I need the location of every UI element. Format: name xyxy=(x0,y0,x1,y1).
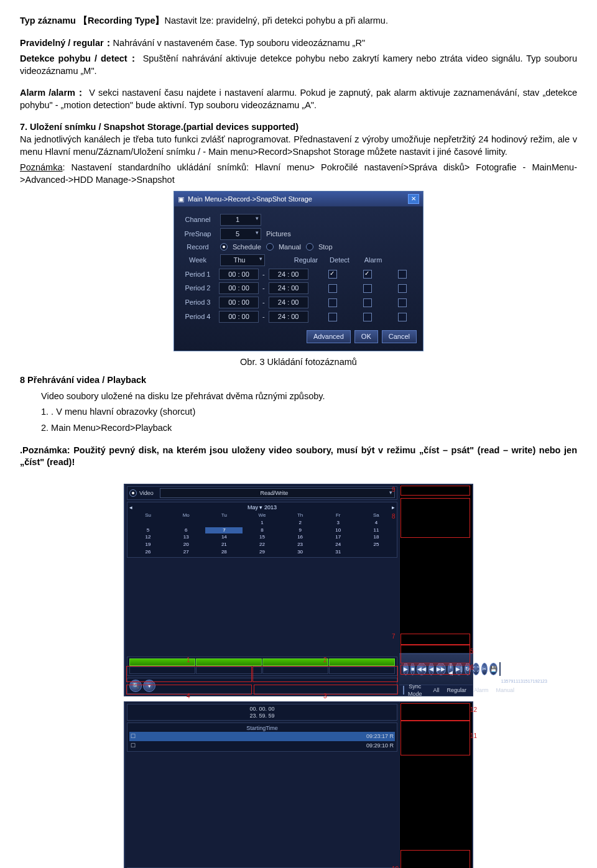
check[interactable] xyxy=(363,298,372,307)
check[interactable] xyxy=(398,298,407,307)
sec8-line-c: 2. Main Menu>Record>Playback xyxy=(41,422,577,435)
mode-select[interactable]: Read/Write xyxy=(160,488,395,498)
time-to[interactable]: 24 : 00 xyxy=(269,311,308,323)
close-icon[interactable]: ✕ xyxy=(408,194,419,204)
check[interactable] xyxy=(363,313,372,321)
timeline[interactable]: 1357911131517192123 xyxy=(499,662,501,676)
bottom-bar: Sync Mode All Regular Alarm Manual xyxy=(399,685,473,696)
cancel-button[interactable]: Cancel xyxy=(382,330,417,343)
week-label: Week xyxy=(180,256,215,265)
presnap-unit: Pictures xyxy=(266,229,291,239)
snapshot-dialog: ▣ Main Menu->Record->SnapShot Storage ✕ … xyxy=(174,191,423,351)
save-icon[interactable]: 💾 xyxy=(489,663,497,675)
period-row: Period 100 : 00-24 : 00 xyxy=(180,269,417,280)
radio-manual[interactable] xyxy=(266,243,274,251)
check[interactable] xyxy=(328,313,337,321)
regular: Pravidelný / regular：Nahrávání v nastave… xyxy=(20,37,577,50)
note-2: .Poznámka: Použitý pevný disk, na kterém… xyxy=(20,445,577,469)
time-to[interactable]: 24 : 00 xyxy=(269,297,308,308)
detect: Detekce pohybu / detect： Spuštění nahráv… xyxy=(20,53,577,77)
cal-next-icon[interactable]: ▸ xyxy=(392,504,395,511)
check[interactable] xyxy=(398,313,407,321)
caption-3: Obr. 3 Ukládání fotozáznamů xyxy=(20,356,577,369)
presnap-input[interactable]: 5 xyxy=(220,228,261,240)
dialog-titlebar: ▣ Main Menu->Record->SnapShot Storage ✕ xyxy=(174,192,423,206)
period-row: Period 300 : 00-24 : 00 xyxy=(180,297,417,308)
note-1: Poznámka: Nastavení standardního ukládán… xyxy=(20,162,577,186)
check[interactable] xyxy=(328,270,337,279)
sec8-line-b: 1. . V menu hlavní obrazovky (shorcut) xyxy=(41,406,577,418)
time-from[interactable]: 00 : 00 xyxy=(219,311,259,323)
check[interactable] xyxy=(398,270,407,279)
advanced-button[interactable]: Advanced xyxy=(307,330,351,343)
period-row: Period 200 : 00-24 : 00 xyxy=(180,282,417,294)
dialog-title: Main Menu->Record->SnapShot Storage xyxy=(188,195,312,204)
channel-label: Channel xyxy=(180,215,215,224)
check[interactable] xyxy=(398,284,407,293)
check[interactable] xyxy=(363,270,372,279)
alarm: Alarm /alarm： V sekci nastavení času naj… xyxy=(20,87,577,111)
dialog-icon: ▣ xyxy=(178,195,184,204)
cal-prev-icon[interactable]: ◂ xyxy=(129,504,132,511)
presnap-label: PreSnap xyxy=(180,229,215,239)
check[interactable] xyxy=(328,284,337,293)
channel-select[interactable]: 1 xyxy=(220,214,261,226)
check[interactable] xyxy=(363,284,372,293)
time-from[interactable]: 00 : 00 xyxy=(219,297,259,308)
week-select[interactable]: Thu xyxy=(220,254,265,266)
ok-button[interactable]: OK xyxy=(354,330,378,343)
section-7: 7. Uložení snímku / Snapshot Storage.(pa… xyxy=(20,121,577,158)
sec8-line-a: Video soubory uložené na disku lze přehr… xyxy=(41,390,577,403)
calendar[interactable]: ◂ May ▾ 2013 ▸ SuMoTuWeThFrSa12345678910… xyxy=(127,502,397,558)
time-to[interactable]: 24 : 00 xyxy=(269,269,308,280)
period-row: Period 400 : 00-24 : 00 xyxy=(180,311,417,323)
recording-type: Typ záznamu 【Recording Type】Nastavit lze… xyxy=(20,15,577,27)
playback-ui-2: 00. 00. 00 23. 59. 59 StartingTime ☐09:2… xyxy=(124,701,473,868)
radio-stop[interactable] xyxy=(306,243,313,251)
time-range: 00. 00. 00 23. 59. 59 xyxy=(127,704,397,721)
time-from[interactable]: 00 : 00 xyxy=(219,269,259,280)
time-from[interactable]: 00 : 00 xyxy=(219,282,259,294)
playback-ui-1: Video Read/Write ◂ May ▾ 2013 ▸ SuMoTuWe… xyxy=(124,484,473,696)
time-to[interactable]: 24 : 00 xyxy=(269,282,308,294)
cut-icon[interactable]: ✂ xyxy=(481,663,488,675)
radio-schedule[interactable] xyxy=(220,243,228,251)
ch-btn[interactable] xyxy=(129,658,195,666)
video-radio[interactable] xyxy=(129,489,137,497)
section-8: 8 Přehrávání videa / Playback xyxy=(20,374,577,387)
file-list: StartingTime ☐09:23:17 R ☐09:29:10 R xyxy=(127,723,397,751)
check[interactable] xyxy=(328,298,337,307)
record-label: Record xyxy=(180,242,215,252)
